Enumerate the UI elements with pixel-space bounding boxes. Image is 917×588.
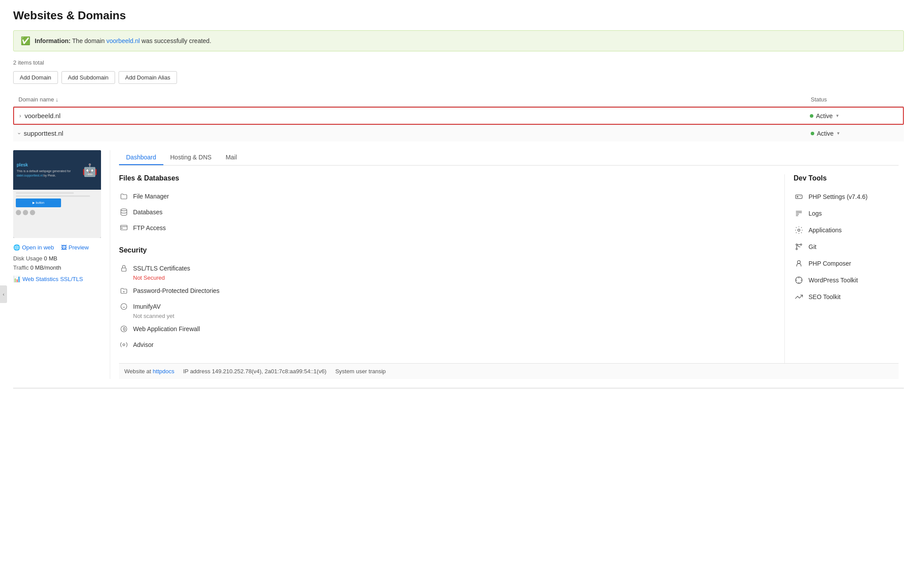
ftp-access-item[interactable]: FTP Access bbox=[119, 220, 784, 236]
svg-point-2 bbox=[122, 228, 123, 229]
chevron-icon-voorbeeld: › bbox=[19, 113, 21, 119]
svg-point-10 bbox=[800, 244, 801, 245]
items-count: 2 items total bbox=[13, 59, 904, 66]
advisor-item[interactable]: Advisor bbox=[119, 337, 784, 353]
composer-label: PHP Composer bbox=[809, 260, 851, 267]
main-panel: Dashboard Hosting & DNS Mail Files & Dat… bbox=[110, 150, 899, 379]
status-chevron-voorbeeld: ▾ bbox=[836, 113, 839, 119]
domain-row-supporttest: › supporttest.nl Active ▾ plesk bbox=[13, 125, 904, 389]
table-header: Domain name ↓ Status bbox=[13, 93, 904, 107]
ip-address-info: IP address 149.210.252.78(v4), 2a01:7c8:… bbox=[183, 368, 326, 375]
status-text-voorbeeld: Active bbox=[816, 112, 833, 119]
domain-row-header-supporttest[interactable]: › supporttest.nl Active ▾ bbox=[13, 125, 904, 141]
security-title: Security bbox=[119, 246, 784, 254]
firewall-item[interactable]: Web Application Firewall bbox=[119, 321, 784, 337]
site-preview: plesk This is a default webpage generate… bbox=[13, 150, 101, 238]
status-chevron-supporttest: ▾ bbox=[837, 130, 840, 136]
stats-links: 📊 Web Statistics SSL/TLS bbox=[13, 275, 101, 282]
preview-link[interactable]: 🖼 Preview bbox=[61, 244, 89, 251]
logs-label: Logs bbox=[809, 210, 822, 217]
domain-row-header-voorbeeld[interactable]: › voorbeeld.nl Active ▾ bbox=[13, 107, 904, 125]
domain-status-supporttest: Active ▾ bbox=[811, 130, 899, 137]
git-label: Git bbox=[809, 243, 816, 250]
banner-domain-link[interactable]: voorbeeld.nl bbox=[106, 37, 140, 44]
files-databases-section: Files & Databases File Manager bbox=[119, 174, 784, 236]
wordpress-toolkit-item[interactable]: WordPress Toolkit bbox=[794, 272, 899, 289]
files-databases-title: Files & Databases bbox=[119, 174, 784, 182]
svg-rect-7 bbox=[796, 195, 802, 198]
apps-label: Applications bbox=[809, 227, 842, 234]
logs-icon bbox=[794, 208, 804, 219]
advisor-icon bbox=[119, 340, 129, 350]
php-settings-item[interactable]: PHP Settings (v7.4.6) bbox=[794, 188, 899, 205]
ftp-label: FTP Access bbox=[133, 224, 166, 231]
svg-point-11 bbox=[796, 248, 797, 249]
logs-item[interactable]: Logs bbox=[794, 205, 899, 222]
open-in-web-link[interactable]: 🌐 Open in web bbox=[13, 244, 54, 251]
databases-label: Databases bbox=[133, 209, 162, 216]
tab-hosting-dns[interactable]: Hosting & DNS bbox=[163, 150, 219, 165]
php-composer-item[interactable]: PHP Composer bbox=[794, 255, 899, 272]
ssl-tls-item[interactable]: SSL/TLS Certificates bbox=[119, 260, 784, 276]
svg-point-6 bbox=[123, 344, 125, 346]
status-dot-supporttest bbox=[811, 132, 814, 135]
advisor-label: Advisor bbox=[133, 341, 154, 348]
preview-panel: plesk This is a default webpage generate… bbox=[13, 150, 110, 379]
httpdocs-link[interactable]: httpdocs bbox=[153, 368, 174, 375]
domain-status-voorbeeld: Active ▾ bbox=[810, 112, 898, 119]
imunify-icon bbox=[119, 302, 129, 311]
domain-detail-supporttest: plesk This is a default webpage generate… bbox=[13, 141, 904, 388]
tabs: Dashboard Hosting & DNS Mail bbox=[119, 150, 899, 166]
check-icon: ✅ bbox=[21, 36, 30, 46]
firewall-label: Web Application Firewall bbox=[133, 325, 200, 332]
system-user-info: System user transip bbox=[335, 368, 386, 375]
preview-icon: 🖼 bbox=[61, 244, 67, 251]
ssl-tls-link[interactable]: SSL/TLS bbox=[60, 276, 83, 282]
detail-inner: plesk This is a default webpage generate… bbox=[13, 150, 899, 379]
dev-tools-column: Dev Tools PHP Settings (v7.4.6) bbox=[784, 174, 899, 363]
add-subdomain-button[interactable]: Add Subdomain bbox=[61, 71, 116, 84]
file-manager-item[interactable]: File Manager bbox=[119, 188, 784, 204]
ftp-icon bbox=[119, 223, 129, 233]
ssl-icon bbox=[119, 263, 129, 273]
banner-text: Information: The domain voorbeeld.nl was… bbox=[35, 37, 211, 44]
seo-label: SEO Toolkit bbox=[809, 293, 841, 300]
status-dot-voorbeeld bbox=[810, 114, 813, 118]
applications-item[interactable]: Applications bbox=[794, 222, 899, 238]
svg-point-12 bbox=[798, 260, 801, 263]
disk-usage: Disk Usage 0 MB bbox=[13, 255, 101, 262]
svg-point-0 bbox=[121, 209, 127, 211]
svg-point-4 bbox=[121, 303, 127, 310]
ssl-sublabel: Not Secured bbox=[119, 274, 784, 281]
php-label: PHP Settings (v7.4.6) bbox=[809, 193, 867, 200]
firewall-icon bbox=[119, 324, 129, 334]
globe-icon: 🌐 bbox=[13, 244, 20, 251]
traffic-info: Traffic 0 MB/month bbox=[13, 264, 101, 271]
tab-mail[interactable]: Mail bbox=[219, 150, 244, 165]
wordpress-label: WordPress Toolkit bbox=[809, 277, 858, 284]
svg-rect-3 bbox=[122, 268, 126, 271]
add-domain-button[interactable]: Add Domain bbox=[13, 71, 58, 84]
folder-icon bbox=[119, 191, 129, 201]
domain-row-voorbeeld: › voorbeeld.nl Active ▾ bbox=[13, 107, 904, 125]
col-status: Status bbox=[811, 96, 899, 103]
chevron-icon-supporttest: › bbox=[16, 133, 22, 134]
side-collapse-handle[interactable]: ‹ bbox=[0, 285, 7, 303]
web-statistics-link[interactable]: Web Statistics bbox=[22, 276, 58, 282]
db-icon bbox=[119, 207, 129, 217]
wordpress-icon bbox=[794, 275, 804, 285]
dev-tools-title: Dev Tools bbox=[794, 174, 899, 182]
imunify-label: ImunifyAV bbox=[133, 303, 161, 310]
databases-item[interactable]: Databases bbox=[119, 204, 784, 220]
add-domain-alias-button[interactable]: Add Domain Alias bbox=[119, 71, 177, 84]
tab-dashboard[interactable]: Dashboard bbox=[119, 150, 163, 165]
domain-name-cell-supporttest: › supporttest.nl bbox=[18, 130, 811, 137]
git-item[interactable]: Git bbox=[794, 238, 899, 255]
seo-toolkit-item[interactable]: SEO Toolkit bbox=[794, 289, 899, 305]
password-dirs-item[interactable]: Password-Protected Directories bbox=[119, 283, 784, 299]
security-section: Security SSL/TLS Certificates bbox=[119, 246, 784, 353]
apps-icon bbox=[794, 225, 804, 235]
domain-name-voorbeeld: voorbeeld.nl bbox=[25, 112, 61, 119]
imunifyav-item[interactable]: ImunifyAV bbox=[119, 299, 784, 314]
php-icon bbox=[794, 191, 804, 202]
